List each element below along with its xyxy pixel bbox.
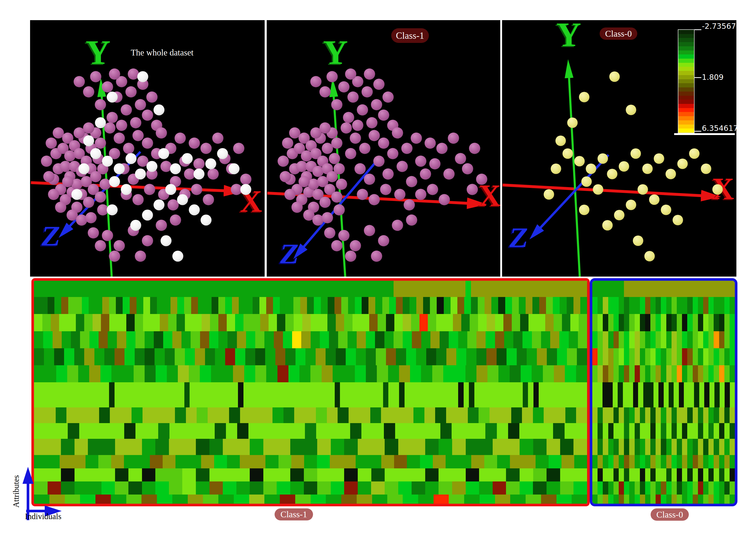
heatmap-cell — [249, 494, 265, 504]
heatmap-cell — [608, 331, 613, 348]
heatmap-cell — [346, 348, 356, 365]
heatmap-cell — [425, 439, 439, 455]
heatmap-cell — [184, 382, 190, 407]
heatmap-cell — [547, 439, 560, 455]
heatmap-cell — [250, 439, 263, 455]
heatmap-cell — [650, 439, 656, 455]
scatter-point — [712, 184, 723, 195]
heatmap-cell — [279, 455, 291, 468]
heatmap-cell — [677, 439, 682, 455]
heatmap-cell — [671, 407, 677, 423]
heatmap-cell — [131, 407, 142, 423]
heatmap-cell — [656, 331, 661, 348]
heatmap-cell — [693, 455, 698, 468]
heatmap-cell — [366, 348, 376, 365]
heatmap-cell — [439, 482, 452, 494]
heatmap-cell — [437, 297, 444, 314]
heatmap-cell — [382, 297, 389, 314]
heatmap-cell — [532, 365, 543, 382]
heatmap-cell — [603, 297, 608, 314]
scatter-point — [208, 169, 219, 180]
heatmap-cell — [708, 407, 714, 423]
scatter-point — [677, 158, 688, 169]
heatmap-class1-block — [31, 278, 590, 506]
heatmap-cell — [656, 348, 661, 365]
heatmap-cell — [95, 494, 111, 504]
heatmap-cell — [708, 297, 714, 314]
heatmap-cell — [703, 423, 708, 439]
heatmap-cell — [512, 314, 520, 331]
scatter-point — [109, 176, 120, 187]
heatmap-cell — [603, 314, 608, 331]
heatmap-cell — [86, 455, 98, 468]
heatmap-cell — [495, 314, 503, 331]
heatmap-cell — [640, 423, 650, 439]
scatter-point — [404, 199, 415, 210]
scatter-point — [331, 138, 342, 149]
heatmap-row — [34, 423, 587, 439]
heatmap-cell — [619, 468, 624, 482]
heatmap-cell — [640, 407, 645, 423]
heatmap-cell — [666, 423, 671, 439]
heatmap-cell — [629, 494, 634, 504]
heatmap-cell — [687, 482, 692, 494]
heatmap-cell — [215, 348, 225, 365]
heatmap-cell — [68, 423, 79, 439]
heatmap-cell — [539, 382, 587, 407]
heatmap-cell — [619, 439, 624, 455]
scatter-point — [299, 176, 310, 187]
heatmap-cell — [350, 423, 362, 439]
heatmap-cell — [165, 348, 175, 365]
heatmap-row — [592, 423, 735, 439]
heatmap-cell — [613, 482, 619, 494]
heatmap-cell — [248, 423, 305, 439]
heatmap-cell — [344, 439, 358, 455]
heatmap-cell — [476, 365, 487, 382]
heatmap-cell — [471, 455, 484, 468]
heatmap-cell — [565, 407, 576, 423]
scatter-point — [319, 197, 331, 208]
heatmap-cell — [553, 297, 560, 314]
heatmap-cell — [453, 314, 461, 331]
heatmap-cell — [471, 297, 478, 314]
scatter-point — [380, 184, 392, 195]
heatmap-cell — [656, 468, 666, 482]
heatmap-cell — [650, 314, 656, 331]
scatter-point — [114, 240, 125, 251]
heatmap-cell — [321, 297, 328, 314]
scatter-point — [161, 235, 172, 246]
heatmap-cell — [260, 314, 269, 331]
heatmap-cell — [719, 482, 724, 494]
heatmap-cell — [656, 494, 661, 504]
heatmap-cell — [375, 331, 384, 348]
heatmap-cell — [598, 365, 603, 382]
heatmap-cell — [335, 382, 340, 407]
heatmap-cell — [526, 297, 532, 314]
scatter-point — [121, 184, 132, 195]
heatmap-cell — [674, 382, 679, 407]
panel-whole-dataset: Y X Z The whole dataset — [30, 20, 265, 277]
heatmap-cell — [88, 439, 115, 455]
heatmap-row — [592, 281, 735, 297]
heatmap-cell — [671, 365, 677, 382]
scatter-point — [331, 99, 342, 110]
heatmap-cell — [541, 331, 550, 348]
heatmap-cell — [273, 407, 283, 423]
heatmap-cell — [703, 482, 708, 494]
heatmap-cell — [357, 331, 366, 348]
z-axis-label: Z — [40, 222, 62, 250]
heatmap-cell — [456, 348, 466, 365]
scatter-point — [147, 92, 158, 103]
scatter-point — [83, 135, 94, 146]
heatmap-cell — [603, 439, 608, 455]
heatmap-cell — [410, 297, 416, 314]
panel-title-whole-dataset: The whole dataset — [131, 48, 194, 58]
heatmap-cell — [666, 468, 671, 482]
heatmap-cell — [285, 348, 295, 365]
scatter-point — [383, 92, 394, 103]
heatmap-cell — [432, 365, 443, 382]
scatter-point — [586, 163, 596, 174]
heatmap-cell — [687, 314, 692, 331]
scatter-point — [378, 110, 390, 121]
heatmap-cell — [592, 423, 598, 439]
